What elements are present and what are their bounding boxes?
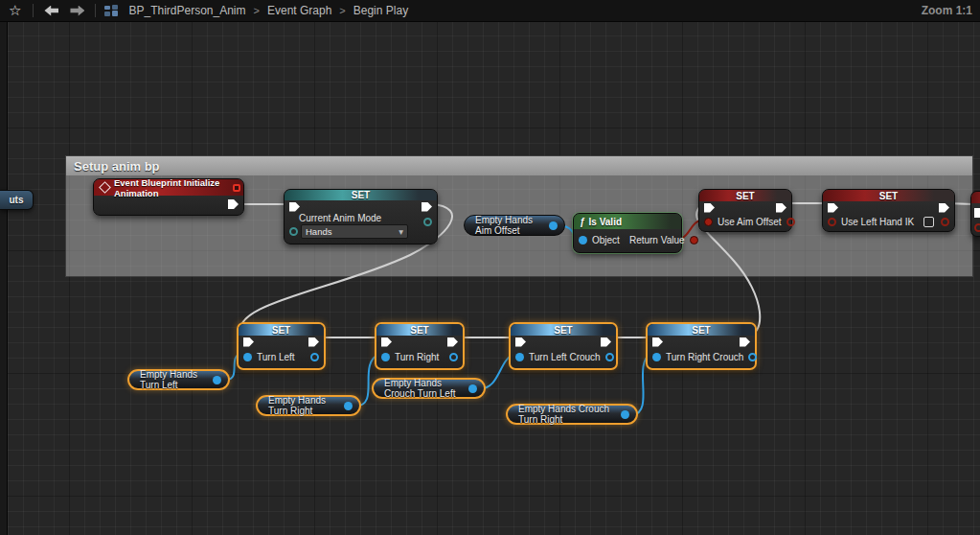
bool-in-pin[interactable] xyxy=(828,218,836,226)
var-get-empty-hands-crouch-turn-left[interactable]: Empty Hands Crouch Turn Left xyxy=(372,378,486,399)
set-node-title: SET xyxy=(376,324,463,336)
node-set-turn-left-crouch[interactable]: SET Turn Left Crouch xyxy=(509,322,618,370)
toolbar-divider xyxy=(33,4,34,17)
node-set-turn-right[interactable]: SET Turn Right xyxy=(375,322,465,370)
bool-in-pin[interactable] xyxy=(704,218,713,226)
exec-out-pin[interactable] xyxy=(308,337,319,347)
node-set-use-left-hand-ik[interactable]: SET Use Left Hand IK xyxy=(822,189,955,232)
set-node-title: SET xyxy=(699,190,791,201)
set-node-title: SET xyxy=(285,190,437,200)
anim-mode-out-pin[interactable] xyxy=(423,218,432,226)
var-label: Empty Hands Crouch Turn Right xyxy=(518,404,615,425)
forward-arrow-icon[interactable] xyxy=(70,6,84,16)
bool-out-pin[interactable] xyxy=(941,218,949,226)
graph-toolbar: ☆ BP_ThirdPerson_Anim > Event Graph > Be… xyxy=(0,0,980,22)
exec-in-pin[interactable] xyxy=(381,337,392,347)
blueprint-asset-icon xyxy=(104,5,118,16)
exec-in-pin[interactable] xyxy=(828,203,838,213)
object-in-pin[interactable] xyxy=(515,353,524,361)
object-out-pin[interactable] xyxy=(310,353,319,361)
set-node-title: SET xyxy=(511,324,616,336)
exec-in-pin[interactable] xyxy=(704,203,715,213)
object-in-pin[interactable] xyxy=(243,353,252,361)
exec-out-pin[interactable] xyxy=(740,337,750,347)
field-label: Turn Right xyxy=(395,352,439,362)
var-get-empty-hands-crouch-turn-right[interactable]: Empty Hands Crouch Turn Right xyxy=(506,404,638,425)
object-out-pin[interactable] xyxy=(449,353,458,361)
is-valid-title: Is Valid xyxy=(589,217,622,227)
object-in-pin[interactable] xyxy=(381,353,390,361)
dropdown-value: Hands xyxy=(306,226,331,237)
blueprint-editor-window: ☆ BP_ThirdPerson_Anim > Event Graph > Be… xyxy=(0,0,980,535)
field-label: Turn Left xyxy=(257,352,295,362)
var-get-empty-hands-turn-left[interactable]: Empty Hands Turn Left xyxy=(127,369,230,390)
field-label: Use Left Hand IK xyxy=(841,217,914,227)
object-in-pin[interactable] xyxy=(652,353,661,361)
node-event-blueprint-initialize-animation[interactable]: Event Blueprint Initialize Animation xyxy=(93,178,244,216)
partial-node-label: uts xyxy=(10,195,24,205)
object-out-pin[interactable] xyxy=(468,384,477,393)
node-set-turn-right-crouch[interactable]: SET Turn Right Crouch xyxy=(646,322,757,370)
field-label: Use Aim Offset xyxy=(718,217,782,227)
var-get-empty-hands-turn-right[interactable]: Empty Hands Turn Right xyxy=(256,395,361,416)
anim-mode-in-pin[interactable] xyxy=(289,227,298,236)
field-label: Current Anim Mode xyxy=(285,213,437,223)
node-set-turn-left[interactable]: SET Turn Left xyxy=(237,322,326,370)
exec-out-pin[interactable] xyxy=(422,202,432,212)
breadcrumb-event-graph[interactable]: Event Graph xyxy=(267,4,331,17)
object-out-pin[interactable] xyxy=(213,376,221,384)
var-label: Empty Hands Turn Right xyxy=(268,395,338,416)
exec-out-pin[interactable] xyxy=(776,203,786,213)
exec-out-pin[interactable] xyxy=(228,199,239,209)
anim-mode-dropdown[interactable]: Hands ▾ xyxy=(301,224,408,239)
node-set-use-aim-offset[interactable]: SET Use Aim Offset xyxy=(698,189,792,232)
exec-in-pin[interactable] xyxy=(515,337,526,347)
set-node-title: SET xyxy=(648,324,755,336)
field-label: Turn Right Crouch xyxy=(666,352,743,362)
bool-value-checkbox[interactable] xyxy=(923,217,934,227)
object-out-pin[interactable] xyxy=(621,410,629,419)
bool-in-pin[interactable] xyxy=(974,223,980,232)
object-out-pin[interactable] xyxy=(549,221,558,230)
exec-out-pin[interactable] xyxy=(601,337,611,347)
object-in-pin[interactable] xyxy=(579,236,587,244)
object-out-pin[interactable] xyxy=(344,402,353,410)
node-set-current-anim-mode[interactable]: SET Current Anim Mode Hands ▾ xyxy=(284,189,438,244)
event-diamond-icon xyxy=(99,181,111,194)
back-arrow-icon[interactable] xyxy=(44,6,58,16)
var-get-empty-hands-aim-offset[interactable]: Empty Hands Aim Offset xyxy=(464,215,565,236)
exec-in-pin[interactable] xyxy=(652,337,663,347)
delegate-pin[interactable] xyxy=(233,184,240,192)
exec-out-pin[interactable] xyxy=(447,337,458,347)
breadcrumb-separator: > xyxy=(339,5,345,16)
event-node-title: Event Blueprint Initialize Animation xyxy=(114,177,227,198)
set-node-title: SET xyxy=(239,324,324,336)
zoom-level-indicator: Zoom 1:1 xyxy=(922,0,972,21)
input-label: Object xyxy=(592,235,620,245)
var-label: Empty Hands Aim Offset xyxy=(475,215,543,236)
comment-title[interactable]: Setup anim bp xyxy=(66,156,972,175)
favorite-star-icon[interactable]: ☆ xyxy=(9,0,21,21)
partial-node-left-edge[interactable]: uts xyxy=(0,190,34,210)
panel-splitter[interactable] xyxy=(0,21,8,535)
breadcrumb-blueprint[interactable]: BP_ThirdPerson_Anim xyxy=(128,4,245,17)
output-label: Return Value xyxy=(629,235,685,245)
object-out-pin[interactable] xyxy=(605,353,614,361)
graph-canvas[interactable] xyxy=(0,21,980,535)
pure-function-icon: ƒ xyxy=(580,217,585,227)
chevron-down-icon: ▾ xyxy=(399,226,403,237)
return-value-pin[interactable] xyxy=(690,236,698,244)
exec-in-pin[interactable] xyxy=(289,202,300,212)
var-label: Empty Hands Crouch Turn Left xyxy=(384,378,463,399)
exec-in-pin[interactable] xyxy=(243,337,254,347)
exec-out-pin[interactable] xyxy=(939,203,949,213)
bool-out-pin[interactable] xyxy=(786,218,795,226)
partial-node-right-edge[interactable] xyxy=(970,191,980,237)
object-out-pin[interactable] xyxy=(748,353,757,361)
exec-in-pin[interactable] xyxy=(974,208,980,218)
field-label: Turn Left Crouch xyxy=(529,352,601,362)
partial-node-header xyxy=(971,192,980,203)
set-node-title: SET xyxy=(823,190,954,201)
node-is-valid[interactable]: ƒ Is Valid Object Return Value xyxy=(573,213,682,253)
breadcrumb-begin-play[interactable]: Begin Play xyxy=(353,4,408,17)
